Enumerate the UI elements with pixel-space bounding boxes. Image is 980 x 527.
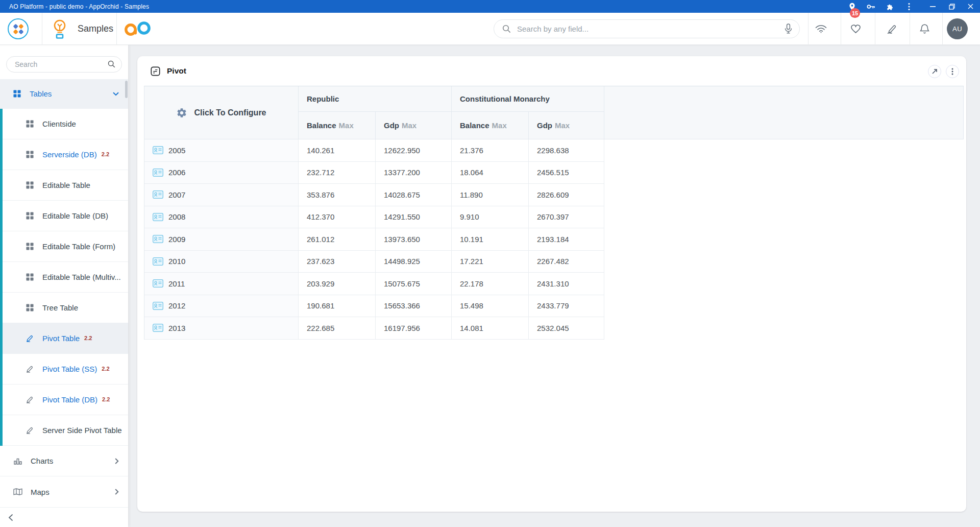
cell-monarchy-gdp[interactable]: 2267.482 <box>529 251 604 273</box>
cell-republic-gdp[interactable]: 16197.956 <box>376 317 452 339</box>
cell-republic-gdp[interactable]: 14028.675 <box>376 184 452 206</box>
sidebar-item[interactable]: Clientside <box>3 109 128 139</box>
table-row[interactable]: 2013 222.685 16197.956 14.081 2532.045 <box>144 317 604 340</box>
cell-republic-balance[interactable]: 353.876 <box>299 184 376 206</box>
cell-monarchy-balance[interactable]: 18.064 <box>452 162 529 184</box>
row-header-cell[interactable]: 2011 <box>144 273 299 295</box>
sidebar-item-charts[interactable]: Charts <box>0 446 128 477</box>
grid-icon <box>26 181 34 189</box>
sidebar-group-tables[interactable]: Tables <box>0 79 128 109</box>
sidebar-item[interactable]: Editable Table <box>3 170 128 201</box>
microphone-icon[interactable] <box>785 23 792 34</box>
cell-monarchy-gdp[interactable]: 2433.779 <box>529 295 604 317</box>
cell-republic-balance[interactable]: 232.712 <box>299 162 376 184</box>
sidebar-item[interactable]: Editable Table (Multiv... <box>3 262 128 293</box>
user-avatar[interactable]: AU <box>947 18 968 39</box>
cell-monarchy-balance[interactable]: 21.376 <box>452 139 529 161</box>
cell-monarchy-gdp[interactable]: 2298.638 <box>529 139 604 161</box>
ao-brand-logo[interactable] <box>124 21 152 39</box>
cell-republic-balance[interactable]: 190.681 <box>299 295 376 317</box>
expand-button[interactable] <box>928 65 941 78</box>
cell-monarchy-gdp[interactable]: 2826.609 <box>529 184 604 206</box>
sidebar-item[interactable]: Editable Table (DB) <box>3 201 128 231</box>
cell-republic-balance[interactable]: 203.929 <box>299 273 376 295</box>
wifi-icon[interactable] <box>810 13 832 45</box>
table-row[interactable]: 2009 261.012 13973.650 10.191 2193.184 <box>144 228 604 251</box>
sidebar-item[interactable]: Server Side Pivot Table <box>3 415 128 446</box>
table-row[interactable]: 2011 203.929 15075.675 22.178 2431.310 <box>144 273 604 295</box>
cell-monarchy-gdp[interactable]: 2670.397 <box>529 206 604 228</box>
cell-republic-balance[interactable]: 140.261 <box>299 139 376 161</box>
cell-republic-gdp[interactable]: 14291.550 <box>376 206 452 228</box>
key-icon[interactable] <box>862 0 880 13</box>
pinwheel-logo-icon[interactable] <box>8 18 29 39</box>
sidebar-item-maps[interactable]: Maps <box>0 476 128 508</box>
cell-republic-balance[interactable]: 237.623 <box>299 251 376 273</box>
sidebar-collapse-button[interactable] <box>0 508 128 527</box>
kebab-menu-button[interactable] <box>946 65 959 78</box>
table-row[interactable]: 2005 140.261 12622.950 21.376 2298.638 <box>144 139 604 162</box>
cell-republic-gdp[interactable]: 14498.925 <box>376 251 452 273</box>
sidebar-scrollbar[interactable] <box>125 81 128 98</box>
cell-republic-gdp[interactable]: 12622.950 <box>376 139 452 161</box>
cell-monarchy-gdp[interactable]: 2456.515 <box>529 162 604 184</box>
table-row[interactable]: 2006 232.712 13377.200 18.064 2456.515 <box>144 162 604 184</box>
cell-republic-gdp[interactable]: 13377.200 <box>376 162 452 184</box>
notifications-bell-icon[interactable] <box>913 13 936 45</box>
cell-monarchy-balance[interactable]: 9.910 <box>452 206 529 228</box>
configure-button[interactable]: Click To Configure <box>144 86 299 139</box>
close-button[interactable] <box>961 0 980 13</box>
cell-monarchy-gdp[interactable]: 2532.045 <box>529 317 604 339</box>
sidebar-item[interactable]: Pivot Table (SS) 2.2 <box>3 354 128 385</box>
column-header-balance-max[interactable]: Balance Max <box>299 112 376 139</box>
cell-monarchy-balance[interactable]: 17.221 <box>452 251 529 273</box>
sidebar-item-label: Maps <box>31 488 50 496</box>
row-header-cell[interactable]: 2008 <box>144 206 299 228</box>
cell-monarchy-balance[interactable]: 15.498 <box>452 295 529 317</box>
cell-republic-balance[interactable]: 261.012 <box>299 228 376 250</box>
cell-republic-gdp[interactable]: 15075.675 <box>376 273 452 295</box>
restore-button[interactable] <box>942 0 961 13</box>
search-icon <box>108 60 115 68</box>
row-header-cell[interactable]: 2005 <box>144 139 299 161</box>
column-header-gdp-max[interactable]: Gdp Max <box>529 112 604 139</box>
cell-monarchy-gdp[interactable]: 2193.184 <box>529 228 604 250</box>
sidebar-search-input[interactable] <box>15 60 108 68</box>
browser-menu-icon[interactable] <box>899 0 918 13</box>
row-header-cell[interactable]: 2006 <box>144 162 299 184</box>
table-row[interactable]: 2012 190.681 15653.366 15.498 2433.779 <box>144 295 604 318</box>
row-header-cell[interactable]: 2012 <box>144 295 299 317</box>
lightbulb-app-icon[interactable] <box>51 19 69 41</box>
row-header-cell[interactable]: 2007 <box>144 184 299 206</box>
sidebar-item[interactable]: Pivot Table 2.2 <box>3 323 128 354</box>
sidebar-item[interactable]: Pivot Table (DB) 2.2 <box>3 385 128 415</box>
cell-republic-gdp[interactable]: 13973.650 <box>376 228 452 250</box>
cell-republic-balance[interactable]: 222.685 <box>299 317 376 339</box>
cell-monarchy-balance[interactable]: 11.890 <box>452 184 529 206</box>
sidebar-item[interactable]: Editable Table (Form) <box>3 231 128 262</box>
extensions-puzzle-icon[interactable] <box>880 0 899 13</box>
row-header-cell[interactable]: 2013 <box>144 317 299 339</box>
minimize-button[interactable] <box>923 0 942 13</box>
cell-monarchy-balance[interactable]: 10.191 <box>452 228 529 250</box>
contact-card-icon <box>153 324 163 332</box>
cell-monarchy-gdp[interactable]: 2431.310 <box>529 273 604 295</box>
table-row[interactable]: 2010 237.623 14498.925 17.221 2267.482 <box>144 251 604 273</box>
sidebar-item[interactable]: Serverside (DB) 2.2 <box>3 139 128 170</box>
column-header-balance-max[interactable]: Balance Max <box>452 112 529 139</box>
row-header-cell[interactable]: 2009 <box>144 228 299 250</box>
row-header-cell[interactable]: 2010 <box>144 251 299 273</box>
table-row[interactable]: 2007 353.876 14028.675 11.890 2826.609 <box>144 184 604 206</box>
cell-monarchy-balance[interactable]: 22.178 <box>452 273 529 295</box>
contact-card-icon <box>153 302 163 310</box>
cell-republic-gdp[interactable]: 15653.366 <box>376 295 452 317</box>
signature-pen-icon[interactable] <box>880 13 903 45</box>
cell-monarchy-balance[interactable]: 14.081 <box>452 317 529 339</box>
sidebar-item[interactable]: Tree Table <box>3 293 128 323</box>
cell-republic-balance[interactable]: 412.370 <box>299 206 376 228</box>
column-header-gdp-max[interactable]: Gdp Max <box>376 112 452 139</box>
grid-icon <box>26 120 34 128</box>
global-search-input[interactable] <box>517 25 785 33</box>
table-row[interactable]: 2008 412.370 14291.550 9.910 2670.397 <box>144 206 604 229</box>
favorites-heart-icon[interactable]: 15 <box>844 13 867 45</box>
